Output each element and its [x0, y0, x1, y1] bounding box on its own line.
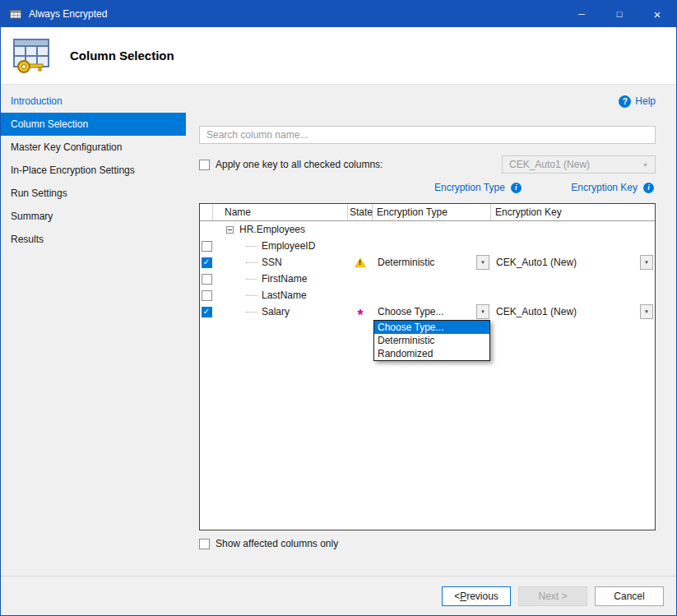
window-controls: ─ □ ×	[563, 1, 676, 27]
sidebar-item-summary[interactable]: Summary	[1, 205, 186, 228]
grid-header-encryption-type[interactable]: Encryption Type	[373, 204, 491, 220]
cancel-button[interactable]: Cancel	[595, 586, 664, 606]
apply-one-key-checkbox[interactable]	[199, 160, 210, 170]
cek-key-combobox-value: CEK_Auto1 (New)	[509, 159, 590, 170]
encryption-type-info-icon[interactable]	[511, 183, 522, 193]
grid-header-encryption-key[interactable]: Encryption Key	[491, 204, 655, 220]
tree-connector	[246, 279, 257, 280]
encryption-key-value: CEK_Auto1 (New)	[496, 257, 640, 268]
app-table-icon	[9, 7, 22, 21]
encryption-key-dropdown-button[interactable]	[640, 304, 653, 319]
titlebar: Always Encrypted ─ □ ×	[1, 1, 676, 27]
cek-key-combobox: CEK_Auto1 (New) ▼	[502, 155, 656, 174]
tree-connector	[246, 295, 257, 296]
encryption-key-value: CEK_Auto1 (New)	[496, 306, 640, 317]
column-name: SSN	[262, 257, 282, 268]
warning-icon	[355, 257, 366, 267]
help-icon[interactable]	[619, 95, 631, 108]
sidebar-item-results[interactable]: Results	[1, 228, 186, 251]
tree-connector	[246, 312, 257, 313]
sidebar-item-master-key-configuration[interactable]: Master Key Configuration	[1, 136, 186, 159]
column-row-salary[interactable]: Salary Choose Type... CEK_Auto1 (New)	[200, 303, 655, 320]
wizard-body: Introduction Column Selection Master Key…	[1, 85, 676, 576]
grid-header-checkbox-column	[200, 204, 213, 220]
chevron-down-icon: ▼	[642, 162, 648, 168]
show-affected-row: Show affected columns only	[199, 538, 656, 549]
wizard-footer: < Previous Next > Cancel	[1, 576, 676, 615]
dropdown-option-choose-type[interactable]: Choose Type...	[374, 321, 489, 334]
column-links-row: Encryption Type Encryption Key	[199, 182, 656, 197]
window-title: Always Encrypted	[29, 8, 107, 20]
page-header: Column Selection	[1, 27, 676, 85]
column-name: FirstName	[262, 273, 307, 285]
collapse-expander-icon[interactable]	[226, 226, 234, 234]
required-asterisk-icon	[357, 312, 363, 318]
always-encrypted-wizard-window: Always Encrypted ─ □ × Column Selection	[0, 0, 677, 616]
row-checkbox[interactable]	[202, 307, 212, 317]
columns-grid: Name State Encryption Type Encryption Ke…	[199, 203, 656, 530]
column-row-ssn[interactable]: SSN Deterministic CEK_Auto1 (New)	[200, 254, 655, 271]
encryption-key-info-icon[interactable]	[643, 183, 654, 193]
row-checkbox[interactable]	[202, 257, 212, 268]
row-checkbox[interactable]	[202, 274, 212, 285]
wizard-steps-sidebar: Introduction Column Selection Master Key…	[1, 85, 186, 576]
encryption-type-dropdown-button[interactable]	[476, 304, 489, 319]
help-link[interactable]: Help	[635, 95, 656, 107]
column-name: Salary	[262, 306, 290, 317]
sidebar-item-in-place-encryption-settings[interactable]: In-Place Encryption Settings	[1, 159, 186, 182]
column-name: EmployeeID	[262, 240, 315, 252]
sidebar-item-introduction[interactable]: Introduction	[1, 90, 186, 113]
search-column-input[interactable]	[199, 126, 656, 144]
grid-header-state[interactable]: State	[348, 204, 373, 220]
grid-header-row: Name State Encryption Type Encryption Ke…	[200, 204, 655, 221]
page-title: Column Selection	[70, 49, 174, 63]
encryption-type-value: Choose Type...	[378, 306, 476, 317]
maximize-button[interactable]: □	[600, 1, 638, 27]
encryption-key-link[interactable]: Encryption Key	[571, 182, 638, 193]
next-button[interactable]: Next >	[518, 586, 587, 606]
encryption-type-dropdown-list: Choose Type... Deterministic Randomized	[373, 320, 490, 361]
minimize-button[interactable]: ─	[563, 1, 600, 27]
table-key-icon	[11, 36, 53, 76]
encryption-type-value: Deterministic	[378, 257, 476, 268]
show-affected-checkbox[interactable]	[199, 539, 210, 549]
dropdown-option-randomized[interactable]: Randomized	[374, 347, 489, 360]
column-selection-panel: Help Apply one key to all checked column…	[186, 85, 676, 576]
row-checkbox[interactable]	[202, 290, 212, 301]
dropdown-option-deterministic[interactable]: Deterministic	[374, 334, 489, 347]
encryption-key-dropdown-button[interactable]	[640, 255, 653, 270]
help-row: Help	[199, 95, 656, 108]
column-row-employeeid[interactable]: EmployeeID	[200, 238, 655, 254]
table-group-name: HR.Employees	[239, 224, 305, 235]
apply-one-key-label: Apply one key to all checked columns:	[216, 159, 383, 170]
sidebar-item-column-selection[interactable]: Column Selection	[1, 113, 186, 136]
apply-key-row: Apply one key to all checked columns: CE…	[199, 155, 656, 174]
close-button[interactable]: ×	[638, 1, 676, 27]
show-affected-label: Show affected columns only	[216, 538, 338, 549]
previous-button[interactable]: < Previous	[442, 586, 511, 606]
sidebar-item-run-settings[interactable]: Run Settings	[1, 182, 186, 205]
table-group-row[interactable]: HR.Employees	[200, 221, 655, 238]
column-row-lastname[interactable]: LastName	[200, 287, 655, 303]
encryption-type-dropdown-button[interactable]	[476, 255, 489, 270]
grid-header-name[interactable]: Name	[213, 204, 348, 220]
row-checkbox[interactable]	[202, 241, 212, 252]
column-row-firstname[interactable]: FirstName	[200, 271, 655, 287]
column-name: LastName	[262, 289, 307, 301]
tree-connector	[246, 262, 257, 263]
tree-connector	[246, 246, 257, 247]
encryption-type-link[interactable]: Encryption Type	[434, 182, 505, 193]
